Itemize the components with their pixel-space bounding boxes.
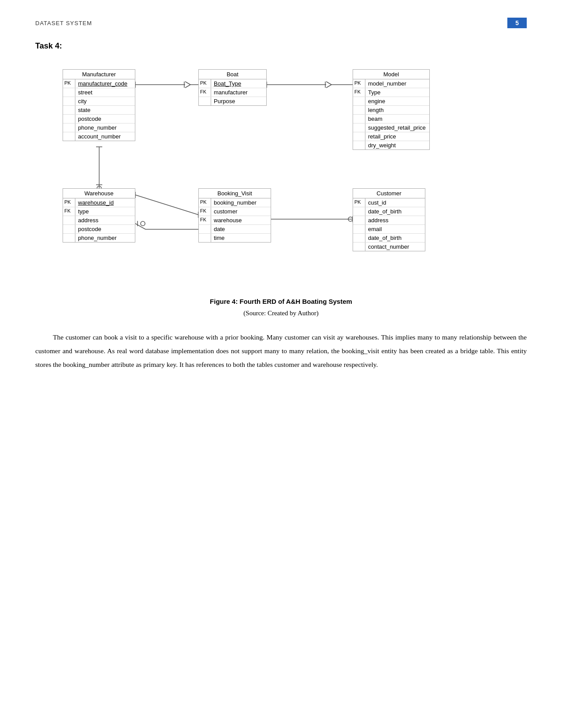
entity-field: date_of_birth [365,207,425,216]
table-row: postcode [63,115,135,123]
entity-boat: Boat PK Boat_Type FK manufacturer Purpos… [198,69,267,106]
body-text: The customer can book a visit to a speci… [35,330,527,371]
entity-field: manufacturer_code [75,79,135,88]
entity-key [353,141,365,149]
entity-key: PK [199,198,211,207]
svg-line-18 [135,195,198,215]
entity-boat-header: Boat [199,70,266,79]
entity-key [199,97,211,105]
entity-field: Type [365,88,429,97]
table-row: PK model_number [353,79,429,88]
entity-key [63,234,75,242]
table-row: phone_number [63,234,135,242]
entity-field: contact_number [365,243,425,251]
entity-field: postcode [75,115,135,123]
entity-booking-header: Booking_Visit [199,189,271,198]
entity-field: Boat_Type [211,79,266,88]
entity-field: beam [365,115,429,123]
entity-field: type [75,207,135,216]
entity-model-header: Model [353,70,429,79]
erd-diagram: Manufacturer PK manufacturer_code street… [35,60,527,290]
table-row: date [199,225,271,234]
entity-field: booking_number [211,198,271,207]
table-row: dry_weight [353,141,429,149]
entity-key [353,132,365,141]
entity-field: address [365,216,425,224]
entity-key [199,234,211,242]
entity-key: PK [199,79,211,88]
table-row: street [63,88,135,97]
table-row: length [353,106,429,115]
entity-key [353,225,365,233]
figure-caption: Figure 4: Fourth ERD of A&H Boating Syst… [35,298,527,305]
entity-field: suggested_retail_price [365,123,429,132]
entity-key: PK [353,198,365,207]
table-row: PK Boat_Type [199,79,266,88]
entity-warehouse: Warehouse PK warehouse_id FK type addres… [63,188,135,243]
entity-field: manufacturer [211,88,266,97]
table-row: PK booking_number [199,198,271,207]
entity-key [63,123,75,132]
entity-key [353,115,365,123]
table-row: state [63,106,135,115]
svg-line-1 [185,82,190,85]
entity-key [63,115,75,123]
table-row: FK customer [199,207,271,216]
entity-field: postcode [75,225,135,233]
entity-field: date_of_birth [365,234,425,242]
entity-key: FK [63,207,75,216]
entity-key [63,225,75,233]
entity-field: cust_id [365,198,425,207]
table-row: beam [353,115,429,123]
entity-key: FK [199,207,211,216]
table-row: PK cust_id [353,198,425,207]
svg-line-8 [326,85,331,88]
entity-key [63,132,75,141]
source-text: (Source: Created by Author) [35,310,527,317]
svg-line-7 [326,82,331,85]
table-row: postcode [63,225,135,234]
table-row: phone_number [63,123,135,132]
entity-field: street [75,88,135,97]
table-row: time [199,234,271,242]
table-row: Purpose [199,97,266,105]
table-row: retail_price [353,132,429,141]
table-row: date_of_birth [353,234,425,243]
table-row: suggested_retail_price [353,123,429,132]
entity-booking-visit: Booking_Visit PK booking_number FK custo… [198,188,271,243]
entity-field: phone_number [75,234,135,242]
table-row: address [353,216,425,225]
entity-field: state [75,106,135,114]
entity-key [353,207,365,216]
entity-field: length [365,106,429,114]
entity-field: address [75,216,135,224]
svg-line-2 [185,85,190,88]
entity-key [63,106,75,114]
entity-key [63,97,75,105]
header-title: DATASET SYSTEM [35,20,92,26]
entity-manufacturer: Manufacturer PK manufacturer_code street… [63,69,135,141]
table-row: FK type [63,207,135,216]
entity-key [353,234,365,242]
entity-field: model_number [365,79,429,88]
table-row: account_number [63,132,135,141]
page-header: DATASET SYSTEM 5 [35,18,527,28]
entity-key [199,225,211,233]
entity-field: warehouse [211,216,271,224]
entity-field: retail_price [365,132,429,141]
table-row: FK manufacturer [199,88,266,97]
table-row: address [63,216,135,225]
entity-customer: Customer PK cust_id date_of_birth addres… [353,188,425,251]
svg-point-24 [141,221,145,226]
entity-key: FK [353,88,365,97]
page-number: 5 [507,18,527,28]
table-row: date_of_birth [353,207,425,216]
table-row: contact_number [353,243,425,251]
entity-field: phone_number [75,123,135,132]
entity-manufacturer-header: Manufacturer [63,70,135,79]
entity-key: FK [199,88,211,97]
table-row: FK warehouse [199,216,271,225]
table-row: email [353,225,425,234]
entity-field: dry_weight [365,141,429,149]
entity-field: customer [211,207,271,216]
